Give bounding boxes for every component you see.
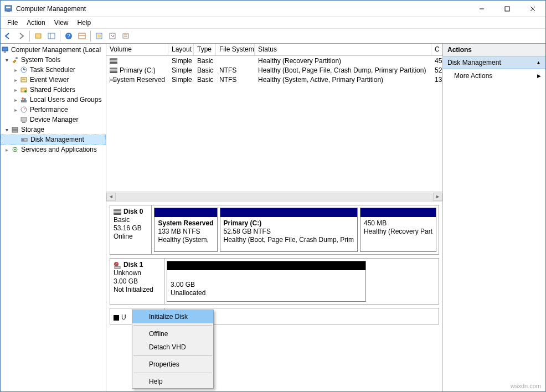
chevron-right-icon[interactable]: ▸ <box>12 77 19 83</box>
actions-more[interactable]: More Actions ▶ <box>443 69 545 82</box>
chevron-down-icon[interactable]: ▾ <box>3 57 11 63</box>
svg-rect-7 <box>35 34 41 38</box>
svg-rect-4 <box>505 7 509 11</box>
tree-device-manager[interactable]: Device Manager <box>1 115 106 125</box>
disk1-info[interactable]: Disk 1 Unknown 3.00 GB Not Initialized <box>110 259 164 304</box>
clock-icon <box>19 65 28 74</box>
col-cap[interactable]: C <box>431 44 442 55</box>
volume-icon <box>110 58 117 64</box>
scroll-left-icon[interactable]: ◄ <box>106 193 116 201</box>
tree-event-viewer[interactable]: ▸ Event Viewer <box>1 75 106 85</box>
svg-rect-38 <box>12 130 18 132</box>
menubar: File Action View Help <box>1 17 545 28</box>
toolbar-help-icon[interactable]: ? <box>63 30 75 42</box>
cell-cap: 13 <box>431 75 442 84</box>
disk1-part-unallocated[interactable]: 3.00 GB Unallocated <box>167 261 366 302</box>
col-layout[interactable]: Layout <box>168 44 194 55</box>
ctx-initialize-disk[interactable]: Initialize Disk <box>132 310 213 323</box>
tree-performance[interactable]: ▸ Performance <box>1 105 106 115</box>
toolbar-forward-icon[interactable] <box>15 30 27 42</box>
toolbar-refresh-icon[interactable] <box>93 30 105 42</box>
disk1-type: Unknown <box>114 269 161 277</box>
chevron-right-icon[interactable]: ▸ <box>3 147 11 153</box>
volume-list-body: Simple Basic Healthy (Recovery Partition… <box>106 56 442 192</box>
scroll-right-icon[interactable]: ► <box>433 193 442 201</box>
toolbar-back-icon[interactable] <box>2 30 14 42</box>
partition-color-bar <box>154 208 217 217</box>
maximize-button[interactable] <box>495 1 520 17</box>
menu-view[interactable]: View <box>50 18 73 28</box>
disk0-state: Online <box>114 233 148 241</box>
chevron-down-icon[interactable]: ▾ <box>3 127 11 133</box>
ctx-offline[interactable]: Offline <box>132 327 213 341</box>
volume-row[interactable]: System Reserved Simple Basic NTFS Health… <box>106 75 442 84</box>
part-status: Healthy (Boot, Page File, Crash Dump, Pr… <box>224 236 354 244</box>
tree-label: Event Viewer <box>30 76 69 84</box>
ctx-detach-vhd[interactable]: Detach VHD <box>132 341 213 354</box>
disk0-info[interactable]: Disk 0 Basic 53.16 GB Online <box>110 205 152 254</box>
ctx-properties[interactable]: Properties <box>132 358 213 371</box>
chevron-right-icon[interactable]: ▸ <box>12 97 19 103</box>
volume-list-scrollbar[interactable]: ◄ ► <box>106 192 442 201</box>
svg-rect-45 <box>115 266 120 269</box>
tree-shared-folders[interactable]: ▸ Shared Folders <box>1 85 106 95</box>
svg-rect-26 <box>21 78 27 82</box>
menu-file[interactable]: File <box>3 18 22 28</box>
toolbar-separator <box>90 30 91 42</box>
tree-label: Disk Management <box>30 136 84 143</box>
col-fs[interactable]: File System <box>216 44 255 55</box>
actions-section[interactable]: Disk Management ▲ <box>443 56 545 69</box>
col-type[interactable]: Type <box>194 44 216 55</box>
close-button[interactable] <box>520 1 545 17</box>
toolbar-view-icon[interactable] <box>76 30 88 42</box>
toolbar-up-icon[interactable] <box>32 30 44 42</box>
chevron-right-icon[interactable]: ▸ <box>12 87 19 93</box>
toolbar-list-icon[interactable] <box>106 30 119 42</box>
svg-rect-21 <box>4 51 6 53</box>
disk0-row: Disk 0 Basic 53.16 GB Online System Rese… <box>110 205 439 255</box>
collapse-icon[interactable]: ▲ <box>536 60 541 65</box>
tree-task-scheduler[interactable]: ▸ Task Scheduler <box>1 65 106 75</box>
part-size: 3.00 GB <box>171 281 362 289</box>
col-volume[interactable]: Volume <box>106 44 168 55</box>
volume-row[interactable]: Primary (C:) Simple Basic NTFS Healthy (… <box>106 65 442 75</box>
tree-disk-management[interactable]: Disk Management <box>1 135 106 145</box>
chevron-right-icon[interactable]: ▸ <box>12 67 19 73</box>
col-status[interactable]: Status <box>255 44 431 55</box>
svg-rect-37 <box>12 127 18 130</box>
main-area: Computer Management (Local ▾ System Tool… <box>1 44 545 391</box>
disk1-size: 3.00 GB <box>114 277 161 286</box>
disk0-part-recovery[interactable]: 450 MB Healthy (Recovery Part <box>360 208 436 252</box>
svg-line-34 <box>24 108 25 110</box>
toolbar-showhide-icon[interactable] <box>45 30 58 42</box>
volume-row[interactable]: Simple Basic Healthy (Recovery Partition… <box>106 56 442 65</box>
disk0-part-system-reserved[interactable]: System Reserved 133 MB NTFS Healthy (Sys… <box>154 208 217 252</box>
svg-point-31 <box>24 98 26 100</box>
toolbar-settings-icon[interactable] <box>120 30 132 42</box>
chevron-right-icon[interactable]: ▸ <box>12 107 19 113</box>
ctx-separator <box>133 355 212 356</box>
tree-system-tools[interactable]: ▾ System Tools <box>1 55 106 65</box>
tools-icon <box>11 55 19 64</box>
scroll-track[interactable] <box>116 193 433 201</box>
disk1-name: Disk 1 <box>123 261 143 269</box>
tree-root[interactable]: Computer Management (Local <box>1 45 106 55</box>
tree-services[interactable]: ▸ Services and Applications <box>1 145 106 154</box>
partition-color-bar <box>167 261 365 270</box>
watermark: wsxdn.com <box>511 383 541 389</box>
disk-warning-icon <box>114 261 121 269</box>
partition-color-bar <box>220 208 357 217</box>
tree-local-users[interactable]: ▸ Local Users and Groups <box>1 95 106 105</box>
tree-storage[interactable]: ▾ Storage <box>1 125 106 135</box>
menu-action[interactable]: Action <box>22 18 49 28</box>
toolbar: ? <box>1 28 545 44</box>
minimize-button[interactable] <box>469 1 495 17</box>
part-name: System Reserved <box>158 219 213 228</box>
ctx-help[interactable]: Help <box>132 375 213 388</box>
menu-help[interactable]: Help <box>73 18 96 28</box>
disk0-part-primary-c[interactable]: Primary (C:) 52.58 GB NTFS Healthy (Boot… <box>220 208 358 252</box>
cell-fs <box>216 60 255 61</box>
chevron-right-icon: ▶ <box>537 73 541 79</box>
cell-vol: Primary (C:) <box>120 66 156 74</box>
svg-rect-12 <box>79 33 85 39</box>
